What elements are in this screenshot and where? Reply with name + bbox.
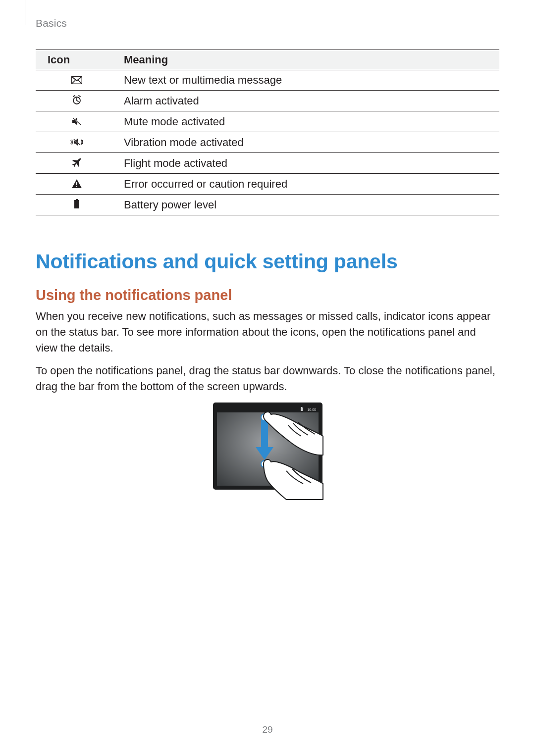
page-edge-rule <box>25 0 25 25</box>
drag-down-illustration: 10:00 <box>212 402 323 501</box>
svg-rect-9 <box>301 407 303 411</box>
paragraph-2: To open the notifications panel, drag th… <box>36 363 499 395</box>
table-cell-meaning: Flight mode activated <box>118 153 499 174</box>
svg-rect-2 <box>76 182 77 185</box>
table-header-icon: Icon <box>36 50 118 70</box>
table-cell-meaning: Vibration mode activated <box>118 132 499 153</box>
table-header-meaning: Meaning <box>118 50 499 70</box>
svg-rect-10 <box>301 407 302 408</box>
heading-main: Notifications and quick setting panels <box>36 250 499 273</box>
mute-icon <box>71 115 82 129</box>
table-row: Flight mode activated <box>36 153 499 174</box>
icon-meaning-table: Icon Meaning New te <box>36 50 499 215</box>
battery-icon <box>74 199 80 212</box>
alarm-icon <box>72 95 82 108</box>
svg-rect-11 <box>261 419 268 448</box>
table-row: Vibration mode activated <box>36 132 499 153</box>
svg-rect-3 <box>76 186 77 187</box>
svg-rect-4 <box>74 200 79 208</box>
table-row: New text or multimedia message <box>36 70 499 91</box>
table-cell-meaning: Mute mode activated <box>118 111 499 132</box>
warning-icon <box>72 178 82 192</box>
vibrate-icon <box>69 136 84 150</box>
table-cell-meaning: New text or multimedia message <box>118 70 499 91</box>
heading-sub: Using the notifications panel <box>36 287 499 303</box>
svg-rect-5 <box>76 199 78 201</box>
table-row: Mute mode activated <box>36 111 499 132</box>
table-cell-meaning: Alarm activated <box>118 91 499 111</box>
message-icon <box>71 74 82 88</box>
flight-icon <box>72 157 82 171</box>
section-label: Basics <box>36 17 67 29</box>
table-cell-meaning: Error occurred or caution required <box>118 174 499 195</box>
table-row: Alarm activated <box>36 91 499 111</box>
table-row: Battery power level <box>36 195 499 215</box>
table-row: Error occurred or caution required <box>36 174 499 195</box>
table-cell-meaning: Battery power level <box>118 195 499 215</box>
status-time: 10:00 <box>307 408 316 411</box>
paragraph-1: When you receive new notifications, such… <box>36 308 499 356</box>
page-number: 29 <box>0 724 535 735</box>
